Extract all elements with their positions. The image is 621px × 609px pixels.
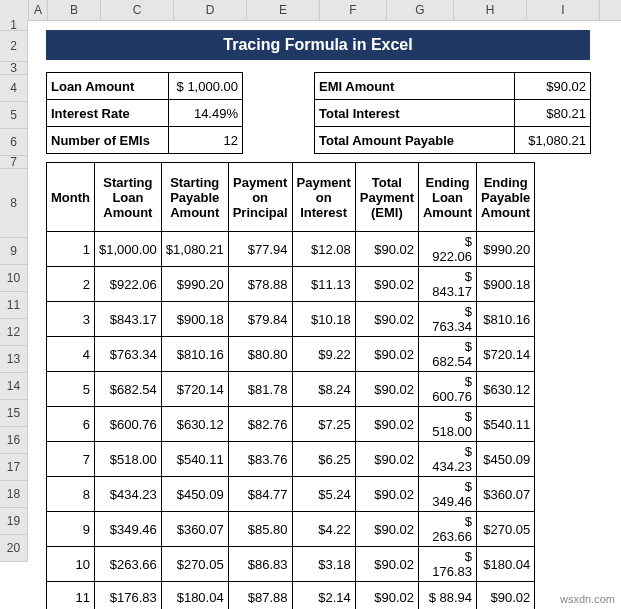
col-header-D[interactable]: D <box>174 0 247 20</box>
cell[interactable]: $630.12 <box>477 372 535 407</box>
row-header-18[interactable]: 18 <box>0 481 28 508</box>
cell[interactable]: $990.20 <box>477 232 535 267</box>
summary-label[interactable]: Total Amount Payable <box>315 127 515 153</box>
row-header-9[interactable]: 9 <box>0 238 28 265</box>
cell[interactable]: $540.11 <box>161 442 228 477</box>
row-header-13[interactable]: 13 <box>0 346 28 373</box>
summary-value[interactable]: $1,080.21 <box>515 127 590 153</box>
cell[interactable]: $90.02 <box>355 477 418 512</box>
row-header-11[interactable]: 11 <box>0 292 28 319</box>
row-header-3[interactable]: 3 <box>0 62 28 75</box>
cell[interactable]: $87.88 <box>228 582 292 610</box>
row-header-10[interactable]: 10 <box>0 265 28 292</box>
cell[interactable]: $ 349.46 <box>418 477 476 512</box>
cell[interactable]: $1,080.21 <box>161 232 228 267</box>
cell[interactable]: $4.22 <box>292 512 355 547</box>
cell[interactable]: $450.09 <box>477 442 535 477</box>
cell[interactable]: $12.08 <box>292 232 355 267</box>
cell[interactable]: 11 <box>47 582 95 610</box>
cell[interactable]: $5.24 <box>292 477 355 512</box>
cell[interactable]: $84.77 <box>228 477 292 512</box>
cell[interactable]: $81.78 <box>228 372 292 407</box>
cell[interactable]: $79.84 <box>228 302 292 337</box>
cell[interactable]: $90.02 <box>355 547 418 582</box>
col-header-cell[interactable]: Total Payment (EMI) <box>355 163 418 232</box>
cell[interactable]: $ 88.94 <box>418 582 476 610</box>
cell[interactable]: $180.04 <box>477 547 535 582</box>
cell[interactable]: $ 518.00 <box>418 407 476 442</box>
cell[interactable]: 3 <box>47 302 95 337</box>
summary-label[interactable]: EMI Amount <box>315 73 515 99</box>
col-header-E[interactable]: E <box>247 0 320 20</box>
cell[interactable]: $86.83 <box>228 547 292 582</box>
cell[interactable]: $8.24 <box>292 372 355 407</box>
cell[interactable]: $90.02 <box>355 582 418 610</box>
cell[interactable]: 10 <box>47 547 95 582</box>
cell[interactable]: $ 600.76 <box>418 372 476 407</box>
col-header-G[interactable]: G <box>387 0 454 20</box>
cell[interactable]: $810.16 <box>161 337 228 372</box>
cell[interactable]: $349.46 <box>94 512 161 547</box>
col-header-C[interactable]: C <box>101 0 174 20</box>
row-header-7[interactable]: 7 <box>0 156 28 169</box>
cell[interactable]: $176.83 <box>94 582 161 610</box>
cell[interactable]: $450.09 <box>161 477 228 512</box>
cell[interactable]: $180.04 <box>161 582 228 610</box>
col-header-A[interactable]: A <box>29 0 48 20</box>
col-header-cell[interactable]: Month <box>47 163 95 232</box>
summary-label[interactable]: Loan Amount <box>47 73 169 99</box>
cell[interactable]: $ 843.17 <box>418 267 476 302</box>
cell[interactable]: $434.23 <box>94 477 161 512</box>
row-header-1[interactable]: 1 <box>0 20 28 31</box>
cell[interactable]: $843.17 <box>94 302 161 337</box>
cell[interactable]: $922.06 <box>94 267 161 302</box>
cell[interactable]: 4 <box>47 337 95 372</box>
summary-label[interactable]: Interest Rate <box>47 100 169 126</box>
cell[interactable]: $360.07 <box>477 477 535 512</box>
row-header-17[interactable]: 17 <box>0 454 28 481</box>
cell[interactable]: $270.05 <box>161 547 228 582</box>
cell[interactable]: $90.02 <box>477 582 535 610</box>
cell[interactable]: $3.18 <box>292 547 355 582</box>
cell[interactable]: $263.66 <box>94 547 161 582</box>
cell[interactable]: $763.34 <box>94 337 161 372</box>
cell[interactable]: $ 176.83 <box>418 547 476 582</box>
cell[interactable]: $90.02 <box>355 302 418 337</box>
summary-value[interactable]: 14.49% <box>169 100 242 126</box>
cell[interactable]: 5 <box>47 372 95 407</box>
cell[interactable]: $90.02 <box>355 512 418 547</box>
cell[interactable]: $ 922.06 <box>418 232 476 267</box>
cell[interactable]: $900.18 <box>477 267 535 302</box>
cell[interactable]: $900.18 <box>161 302 228 337</box>
cell[interactable]: $11.13 <box>292 267 355 302</box>
col-header-I[interactable]: I <box>527 0 600 20</box>
col-header-B[interactable]: B <box>48 0 101 20</box>
cell[interactable]: $10.18 <box>292 302 355 337</box>
cell[interactable]: $9.22 <box>292 337 355 372</box>
summary-value[interactable]: $90.02 <box>515 73 590 99</box>
row-header-2[interactable]: 2 <box>0 31 28 62</box>
cell[interactable]: $720.14 <box>161 372 228 407</box>
summary-value[interactable]: $80.21 <box>515 100 590 126</box>
cell[interactable]: $ 263.66 <box>418 512 476 547</box>
cell[interactable]: $600.76 <box>94 407 161 442</box>
cell[interactable]: $90.02 <box>355 442 418 477</box>
col-header-cell[interactable]: Ending Loan Amount <box>418 163 476 232</box>
cell[interactable]: $7.25 <box>292 407 355 442</box>
row-header-15[interactable]: 15 <box>0 400 28 427</box>
row-header-14[interactable]: 14 <box>0 373 28 400</box>
summary-value[interactable]: 12 <box>169 127 242 153</box>
cell[interactable]: $90.02 <box>355 267 418 302</box>
summary-value[interactable]: $ 1,000.00 <box>169 73 242 99</box>
cell[interactable]: $82.76 <box>228 407 292 442</box>
cell[interactable]: $85.80 <box>228 512 292 547</box>
cell[interactable]: $990.20 <box>161 267 228 302</box>
row-header-6[interactable]: 6 <box>0 129 28 156</box>
cell[interactable]: 1 <box>47 232 95 267</box>
col-header-cell[interactable]: Payment on Principal <box>228 163 292 232</box>
cell[interactable]: $ 682.54 <box>418 337 476 372</box>
cell[interactable]: $90.02 <box>355 232 418 267</box>
cell[interactable]: 2 <box>47 267 95 302</box>
cell[interactable]: $360.07 <box>161 512 228 547</box>
cell[interactable]: $682.54 <box>94 372 161 407</box>
